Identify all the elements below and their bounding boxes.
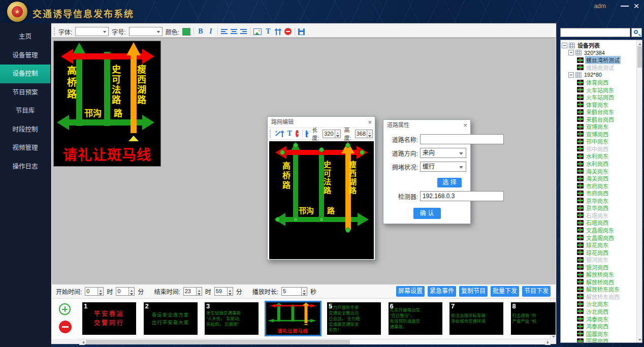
- toolbar-grip[interactable]: [54, 27, 55, 36]
- collapse-icon[interactable]: [568, 50, 574, 55]
- road-edit-canvas[interactable]: 高桥路 史可法路 瘦西湖路 邗沟 路: [269, 141, 374, 259]
- program-thumbnail-3[interactable]: 3发生轻微交通事故“人未伤， 车能动,先拍照， 后撤离”: [205, 302, 259, 335]
- tree-device[interactable]: 文昌阁岗东: [562, 227, 636, 234]
- tree-device[interactable]: 水利岗东: [562, 152, 636, 160]
- tree-device[interactable]: 银河岗西: [562, 263, 636, 271]
- choose-button[interactable]: 选 择: [437, 178, 462, 187]
- end-hour-spinner[interactable]: 23: [183, 287, 202, 296]
- dialog-close-icon[interactable]: ×: [463, 120, 467, 131]
- action-button-5[interactable]: 节目下发: [522, 286, 551, 297]
- start-hour-spinner[interactable]: 0: [85, 287, 104, 296]
- tree-device[interactable]: 双博岗西: [562, 131, 636, 138]
- program-thumbnail-7[interactable]: 7依法治理非标车辆净化城市交通环境: [449, 302, 503, 335]
- font-select[interactable]: [75, 27, 109, 36]
- program-thumbnail-6[interactable]: 6扎实开展电动车“百日整治”，有效预防道路交通事故。: [389, 302, 442, 335]
- scroll-right-icon[interactable]: [545, 339, 551, 345]
- tree-device[interactable]: 京华岗西: [562, 204, 636, 212]
- tree-device[interactable]: 解放桥东岗西: [562, 293, 636, 301]
- tree-device[interactable]: 沙北岗东: [562, 300, 636, 308]
- led-preview-canvas[interactable]: 高桥路 史可法路 瘦西湖路 邗沟 路 请礼让斑马线: [53, 41, 161, 167]
- scrollbar-thumb[interactable]: [86, 340, 350, 344]
- duration-spinner[interactable]: 5: [281, 287, 307, 296]
- delete-icon[interactable]: [284, 28, 292, 35]
- align-center-icon[interactable]: [231, 29, 237, 35]
- add-program-button[interactable]: [59, 303, 71, 315]
- tree-device[interactable]: 邗中岗东: [562, 138, 636, 145]
- align-right-icon[interactable]: [240, 29, 247, 35]
- action-button-3[interactable]: 复制节目: [459, 286, 488, 297]
- tree-device[interactable]: 火车站岗西: [562, 93, 636, 101]
- tree-device[interactable]: 水利岗西: [562, 160, 636, 168]
- tree-device[interactable]: 解放桥岗西: [562, 278, 636, 286]
- action-button-1[interactable]: 屏幕设置: [396, 286, 425, 297]
- device-search-input[interactable]: [560, 28, 630, 37]
- tree-scrollbar[interactable]: [636, 40, 642, 342]
- height-spinner[interactable]: 368: [355, 130, 373, 138]
- action-button-2[interactable]: 紧急事件: [428, 286, 456, 297]
- scroll-left-icon[interactable]: [79, 339, 85, 345]
- scroll-down-icon[interactable]: [637, 337, 642, 342]
- tree-device[interactable]: 琼花岗东: [562, 241, 636, 249]
- color-swatch[interactable]: [182, 28, 190, 36]
- program-thumbnail-5[interactable]: 5大力开展秋冬季交通安全整治百日会战， 全力稳定道路交通安全形势！: [327, 302, 381, 335]
- tree-device[interactable]: 海关岗东: [562, 167, 636, 175]
- save-icon[interactable]: [306, 131, 308, 137]
- italic-button[interactable]: I: [207, 27, 214, 36]
- dialog-close-icon[interactable]: ×: [368, 117, 372, 128]
- scroll-up-icon[interactable]: [637, 40, 642, 46]
- tree-device[interactable]: 市府岗东: [562, 182, 636, 190]
- sidebar-item-4[interactable]: 节目预案: [0, 83, 50, 102]
- tree-device[interactable]: 鸿泰岗西: [562, 323, 636, 330]
- tree-device[interactable]: 体育岗东: [562, 101, 636, 108]
- delete-icon[interactable]: [296, 130, 299, 137]
- program-thumbnail-8[interactable]: 8打击改装 “炸严查严处 “机: [511, 302, 556, 335]
- add-road-icon[interactable]: [281, 131, 283, 137]
- scrollbar-thumb[interactable]: [637, 46, 642, 68]
- tree-device[interactable]: 来鹤台岗西: [562, 115, 636, 123]
- tree-device[interactable]: 沙北岗西: [562, 308, 636, 316]
- sidebar-item-7[interactable]: 视频管理: [0, 139, 50, 157]
- tree-group-2[interactable]: 192*80: [562, 71, 636, 79]
- tree-device[interactable]: 维扬岗测试: [562, 64, 636, 72]
- tree-device[interactable]: 石塔岗西: [562, 219, 636, 227]
- end-minute-spinner[interactable]: 59: [214, 287, 233, 296]
- toolbar-grip[interactable]: [270, 130, 271, 138]
- tree-device[interactable]: 海关岗西: [562, 175, 636, 182]
- remove-program-button[interactable]: [59, 321, 72, 333]
- tree-device[interactable]: 鸿泰岗东: [562, 315, 636, 323]
- sidebar-item-5[interactable]: 节目库: [0, 102, 50, 120]
- text-tool-icon[interactable]: T: [287, 130, 292, 138]
- tree-device[interactable]: 琼花岗西: [562, 248, 636, 256]
- length-spinner[interactable]: 320: [323, 130, 340, 138]
- collapse-icon[interactable]: [562, 43, 567, 48]
- collapse-icon[interactable]: [568, 72, 574, 78]
- tree-device[interactable]: 解放桥东岗东: [562, 286, 636, 293]
- insert-image-icon[interactable]: [253, 28, 262, 35]
- start-minute-spinner[interactable]: 0: [116, 287, 135, 296]
- tree-group-1[interactable]: 320*384: [562, 49, 636, 57]
- program-thumbnail-1[interactable]: 1平安春运交警同行: [82, 302, 136, 335]
- detector-input[interactable]: [420, 191, 504, 201]
- tree-device[interactable]: 文昌阁岗西: [562, 234, 636, 241]
- program-thumbnail-4[interactable]: 4请礼让斑马线: [266, 302, 320, 335]
- sidebar-item-2[interactable]: 设备管理: [0, 46, 50, 65]
- font-size-select[interactable]: [129, 27, 163, 36]
- road-name-input[interactable]: [420, 134, 504, 144]
- tree-device[interactable]: 解放桥岗东: [562, 271, 636, 278]
- search-button[interactable]: [631, 28, 642, 37]
- tree-device[interactable]: 火车站岗东: [562, 86, 636, 93]
- road-direction-select[interactable]: 来向: [420, 148, 466, 158]
- tree-device[interactable]: 国展岗东: [562, 330, 636, 337]
- sidebar-item-3[interactable]: 设备控制: [0, 65, 50, 83]
- congestion-select[interactable]: 缓行: [420, 162, 466, 172]
- horizontal-scrollbar[interactable]: [79, 339, 551, 344]
- confirm-button[interactable]: 确 认: [413, 208, 441, 219]
- sidebar-item-1[interactable]: 主页: [0, 27, 50, 46]
- tree-device[interactable]: 邗中岗西: [562, 145, 636, 153]
- insert-road-icon[interactable]: [275, 28, 281, 35]
- action-button-4[interactable]: 批量下发: [491, 286, 519, 297]
- tree-device[interactable]: 双博岗东: [562, 123, 636, 131]
- align-left-icon[interactable]: [221, 29, 228, 35]
- tree-device[interactable]: 体育岗西: [562, 79, 636, 86]
- tree-device[interactable]: 京华岗东: [562, 197, 636, 204]
